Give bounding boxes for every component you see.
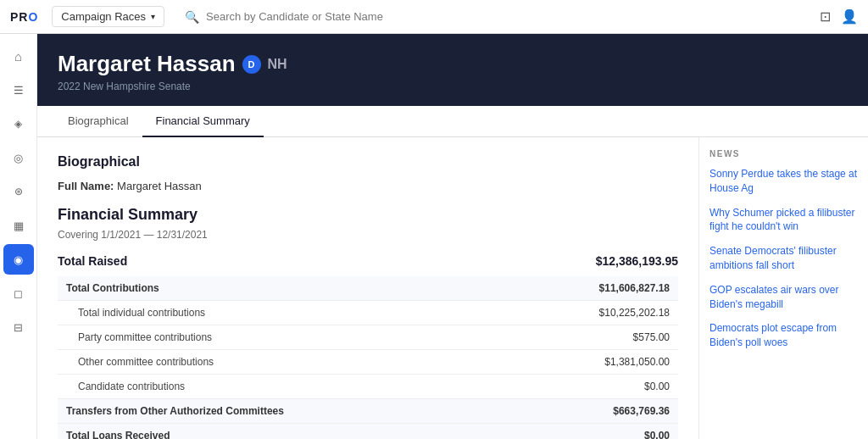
total-raised-label: Total Raised <box>58 254 127 268</box>
list-icon: ☰ <box>14 84 24 97</box>
top-nav: PRO Campaign Races ▾ 🔍 ⊡ 👤 <box>0 0 868 34</box>
user-icon[interactable]: 👤 <box>841 8 858 25</box>
covering-period: Covering 1/1/2021 — 12/31/2021 <box>58 229 678 241</box>
table-row: Candidate contributions $0.00 <box>58 375 678 399</box>
news-sidebar: NEWS Sonny Perdue takes the stage at Hou… <box>698 137 868 439</box>
row-label: Total individual contributions <box>58 301 509 325</box>
row-value: $0.00 <box>509 375 678 399</box>
globe-icon: ◎ <box>14 152 23 164</box>
layout: ⌂ ☰ ◈ ◎ ⊛ ▦ ◉ ◻ ⊟ Margaret Hassa <box>0 34 868 439</box>
news-items-container: Sonny Perdue takes the stage at House Ag… <box>709 167 858 350</box>
briefcase-icon: ⊟ <box>14 321 23 334</box>
search-icon: 🔍 <box>185 10 199 24</box>
row-value: $10,225,202.18 <box>509 301 678 325</box>
person-icon: ◉ <box>14 253 23 266</box>
dropdown-label: Campaign Races <box>61 10 146 23</box>
biographical-section: Biographical Full Name: Margaret Hassan <box>58 154 678 192</box>
notifications-icon[interactable]: ⊡ <box>820 8 831 25</box>
row-value: $575.00 <box>509 325 678 350</box>
table-row: Total individual contributions $10,225,2… <box>58 301 678 325</box>
home-icon: ⌂ <box>14 49 22 64</box>
race-subtitle: 2022 New Hampshire Senate <box>58 81 848 92</box>
content-area: Biographical Full Name: Margaret Hassan … <box>37 137 868 439</box>
row-label: Total Contributions <box>58 276 509 301</box>
row-value: $0.00 <box>509 424 678 440</box>
row-value: $663,769.36 <box>509 399 678 424</box>
financial-summary-section: Financial Summary Covering 1/1/2021 — 12… <box>58 206 678 439</box>
news-item[interactable]: GOP escalates air wars over Biden's mega… <box>709 283 858 312</box>
sidebar-item-person[interactable]: ◉ <box>3 244 34 275</box>
news-item[interactable]: Democrats plot escape from Biden's poll … <box>709 321 858 350</box>
article-body: Biographical Full Name: Margaret Hassan … <box>37 137 698 439</box>
logo: PRO <box>10 10 38 24</box>
news-item[interactable]: Senate Democrats' filibuster ambitions f… <box>709 244 858 273</box>
news-item[interactable]: Sonny Perdue takes the stage at House Ag <box>709 167 858 196</box>
group-icon: ⊛ <box>14 186 23 197</box>
main-area: Margaret Hassan D NH 2022 New Hampshire … <box>37 34 868 439</box>
tab-biographical[interactable]: Biographical <box>54 106 142 137</box>
sidebar-item-home[interactable]: ⌂ <box>3 41 34 71</box>
candidate-name: Margaret Hassan <box>58 51 236 77</box>
nav-icons: ⊡ 👤 <box>820 8 858 25</box>
news-header: NEWS <box>709 149 858 158</box>
sidebar-item-tag[interactable]: ◈ <box>3 108 34 139</box>
sidebar-item-calendar[interactable]: ▦ <box>3 210 34 241</box>
table-row: Total Contributions $11,606,827.18 <box>58 276 678 301</box>
chevron-down-icon: ▾ <box>151 12 155 21</box>
tag-icon: ◈ <box>14 118 22 130</box>
row-label: Other committee contributions <box>58 350 509 375</box>
full-name-value: Margaret Hassan <box>117 180 202 192</box>
table-row: Party committee contributions $575.00 <box>58 325 678 350</box>
total-raised-row: Total Raised $12,386,193.95 <box>58 249 678 273</box>
row-label: Total Loans Received <box>58 424 509 440</box>
full-name-label: Full Name: <box>58 180 114 192</box>
search-bar: 🔍 <box>175 6 810 28</box>
total-raised-value: $12,386,193.95 <box>596 254 678 268</box>
document-icon: ◻ <box>14 287 23 300</box>
left-sidebar: ⌂ ☰ ◈ ◎ ⊛ ▦ ◉ ◻ ⊟ <box>0 34 37 439</box>
tab-financial-summary[interactable]: Financial Summary <box>142 106 264 137</box>
row-label: Candidate contributions <box>58 375 509 399</box>
state-label: NH <box>268 57 287 72</box>
search-input[interactable] <box>206 10 799 23</box>
biographical-title: Biographical <box>58 154 678 169</box>
sidebar-item-briefcase[interactable]: ⊟ <box>3 312 34 342</box>
row-label: Party committee contributions <box>58 325 509 350</box>
sidebar-item-document[interactable]: ◻ <box>3 278 34 308</box>
candidate-name-row: Margaret Hassan D NH <box>58 51 848 77</box>
hero-banner: Margaret Hassan D NH 2022 New Hampshire … <box>37 34 868 106</box>
table-row: Other committee contributions $1,381,050… <box>58 350 678 375</box>
financial-summary-title: Financial Summary <box>58 206 678 224</box>
sidebar-item-group[interactable]: ⊛ <box>3 176 34 207</box>
sidebar-item-globe[interactable]: ◎ <box>3 142 34 173</box>
calendar-icon: ▦ <box>14 220 24 232</box>
party-badge: D <box>242 55 261 74</box>
table-row: Total Loans Received $0.00 <box>58 424 678 440</box>
row-value: $11,606,827.18 <box>509 276 678 301</box>
row-label: Transfers from Other Authorized Committe… <box>58 399 509 424</box>
full-name-row: Full Name: Margaret Hassan <box>58 180 678 192</box>
sidebar-item-list[interactable]: ☰ <box>3 75 34 105</box>
campaign-races-dropdown[interactable]: Campaign Races ▾ <box>52 6 164 27</box>
tabs-bar: Biographical Financial Summary <box>37 106 868 137</box>
table-row: Transfers from Other Authorized Committe… <box>58 399 678 424</box>
financial-table: Total Contributions $11,606,827.18 Total… <box>58 276 678 439</box>
news-item[interactable]: Why Schumer picked a filibuster fight he… <box>709 206 858 235</box>
row-value: $1,381,050.00 <box>509 350 678 375</box>
